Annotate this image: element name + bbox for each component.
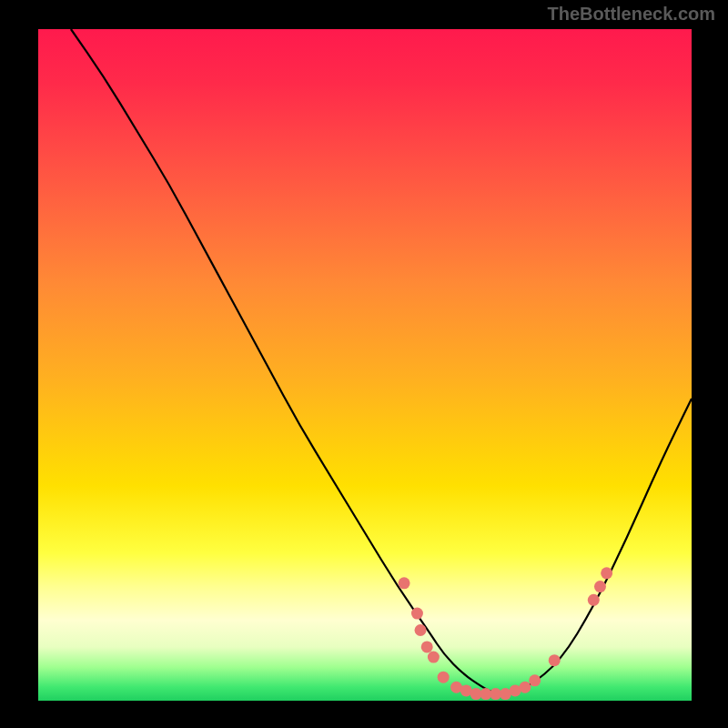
data-point	[588, 594, 600, 606]
data-point	[519, 682, 531, 693]
data-point	[549, 654, 561, 666]
chart-svg	[38, 29, 692, 701]
data-point	[411, 608, 423, 620]
chart-plot-area	[38, 29, 692, 701]
data-point	[421, 641, 433, 652]
watermark-text: TheBottleneck.com	[548, 4, 715, 25]
bottleneck-curve	[71, 29, 692, 694]
data-point	[399, 577, 410, 589]
data-point	[428, 652, 440, 663]
data-point	[601, 567, 612, 579]
data-point	[438, 672, 450, 683]
data-point	[594, 581, 606, 592]
data-point	[529, 674, 541, 686]
data-point	[415, 624, 427, 636]
